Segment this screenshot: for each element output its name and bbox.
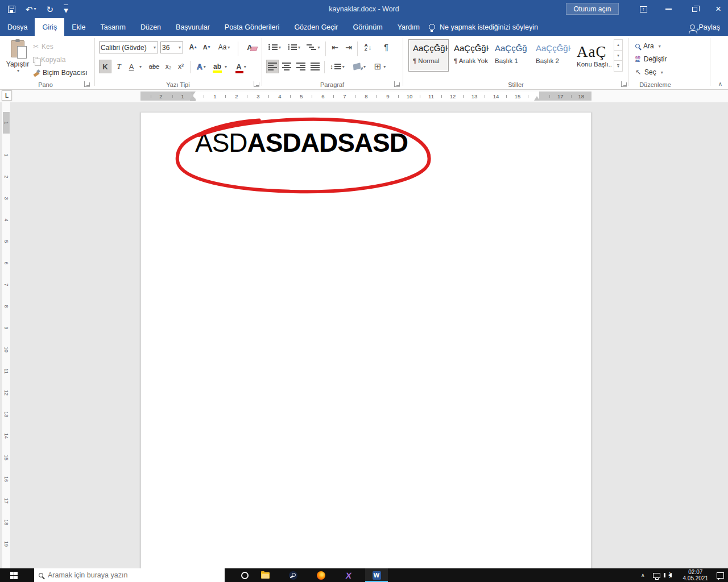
horizontal-ruler[interactable]: L 21 123456789101112131415 1718 (0, 90, 728, 102)
minimize-button[interactable] (660, 0, 677, 18)
style-item[interactable]: AaÇçĞğ Başlık 1 (490, 39, 531, 72)
show-formatting-marks-button[interactable]: ¶ (380, 40, 392, 54)
undo-button[interactable]: ↶▾ (26, 5, 36, 14)
font-name-combo[interactable]: ▾ (99, 41, 158, 53)
customize-qat-button[interactable]: ▾ (64, 5, 68, 14)
tell-me-box[interactable]: Ne yapmak istediğinizi söyleyin (429, 18, 538, 36)
close-button[interactable]: × (710, 0, 727, 18)
sign-in-button[interactable]: Oturum açın (566, 3, 619, 15)
first-line-indent-marker[interactable] (190, 92, 196, 95)
right-indent-marker[interactable] (534, 96, 540, 101)
left-indent-marker[interactable] (190, 99, 196, 101)
tab-stop-selector[interactable]: L (2, 90, 12, 101)
action-center-button[interactable] (713, 568, 728, 582)
document-page[interactable]: ASDASDADSASD (140, 112, 592, 568)
style-item[interactable]: AaÇçĞğH Başlık 2 (531, 39, 572, 72)
paste-dropdown-icon[interactable]: ▾ (17, 68, 19, 73)
styles-scroll-down-button[interactable]: ▾ (614, 51, 622, 61)
line-spacing-button[interactable]: ↕▾ (328, 60, 347, 73)
select-button[interactable]: ↖ Seç ▾ (635, 66, 663, 78)
paste-button[interactable]: Yapıştır ▾ (5, 39, 31, 83)
bold-button[interactable]: K (99, 60, 111, 73)
underline-dropdown[interactable]: ▾ (136, 60, 143, 73)
align-center-button[interactable] (280, 60, 293, 73)
ribbon-tab[interactable]: Gözden Geçir (287, 18, 345, 36)
format-painter-button[interactable]: Biçim Boyacısı (33, 66, 88, 79)
numbering-button[interactable]: ▾ (286, 40, 303, 54)
font-size-input[interactable] (161, 44, 177, 52)
styles-dialog-launcher[interactable] (621, 81, 627, 87)
shrink-font-button[interactable]: A▾ (200, 40, 213, 54)
justify-button[interactable] (309, 60, 321, 73)
style-item[interactable]: AaÇçĞğHh ¶ Aralık Yok (449, 39, 490, 72)
change-case-button[interactable]: Aa▾ (215, 40, 233, 54)
steam-button[interactable] (282, 568, 304, 582)
word-taskbar-button[interactable]: W (365, 568, 388, 582)
cut-button[interactable]: ✂ Kes (33, 40, 53, 53)
paragraph-dialog-launcher[interactable] (394, 81, 400, 87)
cortana-button[interactable] (233, 568, 256, 582)
ribbon-tab[interactable]: Tasarım (93, 18, 133, 36)
redo-button[interactable]: ↻ (47, 5, 54, 14)
ribbon-tab[interactable]: Dosya (0, 18, 35, 36)
bullets-button[interactable]: ▾ (266, 40, 283, 54)
shading-button[interactable]: ▾ (350, 60, 369, 73)
subscript-button[interactable]: x₂ (163, 60, 174, 73)
firefox-button[interactable] (309, 568, 332, 582)
visual-studio-button[interactable]: X (337, 568, 360, 582)
multilevel-list-button[interactable]: ▾ (305, 40, 322, 54)
copy-button[interactable]: Kopyala (33, 53, 65, 66)
ribbon-tab[interactable]: Düzen (133, 18, 168, 36)
font-name-input[interactable] (100, 44, 152, 52)
text-effects-button[interactable]: A▾ (193, 60, 209, 73)
superscript-button[interactable]: x² (175, 60, 187, 73)
undo-dropdown-icon[interactable]: ▾ (34, 7, 36, 11)
document-text[interactable]: ASDASDADSASD (195, 127, 408, 158)
align-left-button[interactable] (266, 60, 279, 73)
replace-button[interactable]: abac Değiştir (635, 53, 667, 65)
styles-gallery-more-button[interactable]: ▾ (614, 61, 622, 71)
borders-button[interactable]: ⊞▾ (371, 60, 389, 73)
ribbon-display-options-button[interactable]: ↑ (635, 0, 652, 18)
increase-indent-button[interactable]: ⇥ (342, 40, 355, 54)
font-dialog-launcher[interactable] (254, 81, 259, 87)
font-name-dropdown-icon[interactable]: ▾ (154, 45, 156, 50)
ribbon-tab[interactable]: Posta Gönderileri (217, 18, 287, 36)
grow-font-button[interactable]: A▴ (187, 40, 199, 54)
style-item[interactable]: AaÇ Konu Başlı... (572, 39, 613, 72)
font-color-button[interactable]: A▾ (233, 60, 249, 73)
taskbar-search-box[interactable] (34, 568, 225, 582)
document-area[interactable]: ASDASDADSASD (0, 102, 728, 568)
sort-button[interactable]: AZ↓ (361, 40, 375, 54)
taskbar-clock[interactable]: 02:07 4.05.2021 (679, 568, 713, 582)
font-size-combo[interactable]: ▾ (160, 41, 183, 53)
style-item[interactable]: AaÇçĞğHh ¶ Normal (408, 39, 449, 72)
clear-formatting-button[interactable]: A (242, 40, 257, 54)
start-button[interactable] (0, 568, 27, 582)
find-button[interactable]: Ara ▾ (635, 40, 661, 52)
ribbon-tab[interactable]: Başvurular (168, 18, 217, 36)
clipboard-dialog-launcher[interactable] (84, 81, 90, 87)
file-explorer-button[interactable] (254, 568, 276, 582)
restore-button[interactable] (686, 0, 703, 18)
network-tray-button[interactable] (649, 568, 664, 582)
align-right-button[interactable] (295, 60, 307, 73)
text-highlight-button[interactable]: ab▾ (212, 60, 229, 73)
underline-button[interactable]: A (126, 60, 136, 73)
collapse-ribbon-button[interactable]: ∧ (718, 81, 722, 87)
tray-show-hidden-icons-button[interactable]: ∧ (637, 568, 649, 582)
italic-button[interactable]: T (114, 60, 124, 73)
vertical-ruler[interactable]: 1 12345678910111213141516171819 (2, 102, 10, 568)
ribbon-tab[interactable]: Giriş (35, 18, 64, 36)
share-button[interactable]: Paylaş (690, 18, 720, 36)
styles-scroll-up-button[interactable]: ▴ (614, 40, 622, 51)
decrease-indent-button[interactable]: ⇤ (329, 40, 341, 54)
tell-me-label: Ne yapmak istediğinizi söyleyin (440, 23, 538, 31)
strikethrough-button[interactable]: abe (147, 60, 162, 73)
search-input[interactable] (48, 571, 220, 579)
ribbon-tab[interactable]: Ekle (64, 18, 93, 36)
ribbon-tab[interactable]: Görünüm (346, 18, 390, 36)
font-size-dropdown-icon[interactable]: ▾ (179, 45, 181, 50)
save-button[interactable] (8, 6, 15, 13)
volume-tray-button[interactable] (664, 568, 679, 582)
